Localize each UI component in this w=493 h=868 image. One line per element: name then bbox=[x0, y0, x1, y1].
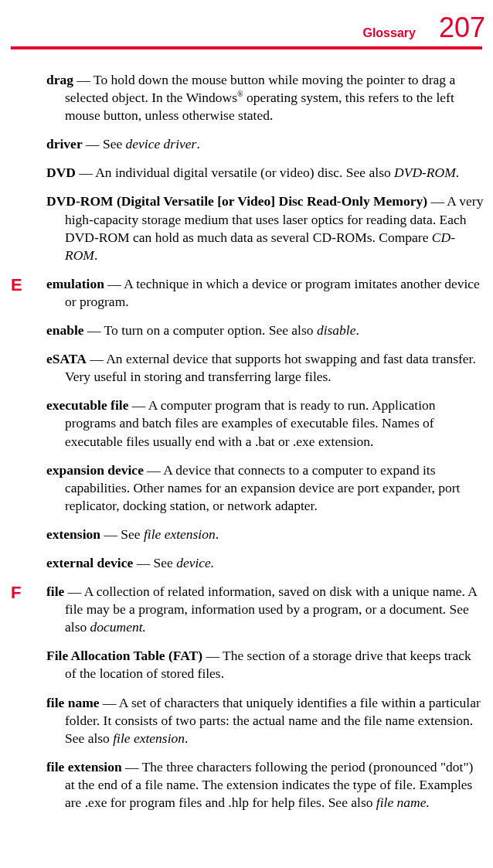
cross-reference: device. bbox=[176, 555, 214, 570]
term: drag bbox=[46, 72, 73, 87]
entry-body: file name — A set of characters that uni… bbox=[46, 694, 485, 747]
section-letter: E bbox=[11, 275, 46, 295]
cross-reference: file extension bbox=[113, 730, 185, 746]
glossary-entry: DVD — An individual digital versatile (o… bbox=[11, 164, 485, 182]
term: eSATA bbox=[46, 351, 87, 366]
definition-before: See bbox=[121, 526, 144, 542]
dash: — bbox=[427, 193, 447, 209]
term: file name bbox=[46, 695, 100, 710]
definition-after: . bbox=[456, 165, 459, 180]
entry-body: drag — To hold down the mouse button whi… bbox=[46, 71, 485, 124]
entry-body: enable — To turn on a computer option. S… bbox=[46, 322, 485, 339]
page-number: 207 bbox=[439, 14, 485, 42]
definition-after: . bbox=[196, 136, 199, 151]
dash: — bbox=[202, 648, 223, 663]
entry-body: driver — See device driver. bbox=[46, 135, 485, 153]
entry-body: external device — See device. bbox=[46, 554, 485, 572]
definition-after: . bbox=[216, 526, 219, 542]
dash: — bbox=[64, 584, 83, 599]
dash: — bbox=[122, 759, 142, 774]
glossary-entry: File Allocation Table (FAT) — The sectio… bbox=[11, 647, 485, 682]
glossary-content: drag — To hold down the mouse button whi… bbox=[0, 71, 493, 812]
cross-reference: device driver bbox=[126, 136, 197, 151]
dash: — bbox=[87, 351, 106, 366]
definition-before: A technique in which a device or program… bbox=[65, 276, 480, 309]
header-title: Glossary bbox=[362, 26, 415, 40]
cross-reference: DVD-ROM bbox=[394, 165, 456, 180]
glossary-entry: executable file — A computer program tha… bbox=[11, 397, 485, 450]
dash: — bbox=[73, 72, 94, 87]
term: DVD bbox=[46, 165, 76, 180]
term: executable file bbox=[46, 397, 128, 413]
entry-body: DVD — An individual digital versatile (o… bbox=[46, 164, 485, 182]
glossary-entry: external device — See device. bbox=[11, 554, 485, 572]
definition-before: See bbox=[154, 555, 177, 570]
dash: — bbox=[133, 555, 153, 570]
definition-before: See bbox=[103, 136, 126, 151]
definition-after: . bbox=[185, 730, 188, 746]
definition-after: . bbox=[94, 247, 97, 263]
dash: — bbox=[104, 276, 124, 291]
term: file extension bbox=[46, 759, 122, 774]
entry-body: file — A collection of related informati… bbox=[46, 583, 485, 636]
entry-body: executable file — A computer program tha… bbox=[46, 397, 485, 450]
entry-body: emulation — A technique in which a devic… bbox=[46, 275, 485, 311]
term: driver bbox=[46, 136, 83, 151]
term: enable bbox=[46, 322, 84, 338]
dash: — bbox=[83, 136, 103, 151]
glossary-entry: eSATA — An external device that supports… bbox=[11, 350, 485, 386]
term: expansion device bbox=[46, 462, 144, 478]
glossary-entry: enable — To turn on a computer option. S… bbox=[11, 322, 485, 339]
term: DVD-ROM (Digital Versatile [or Video] Di… bbox=[46, 193, 427, 209]
glossary-entry: file extension — The three characters fo… bbox=[11, 758, 485, 812]
entry-body: file extension — The three characters fo… bbox=[46, 758, 485, 812]
glossary-entry: file name — A set of characters that uni… bbox=[11, 694, 485, 747]
dash: — bbox=[100, 695, 119, 710]
glossary-entry: extension — See file extension. bbox=[11, 526, 485, 543]
dash: — bbox=[144, 462, 163, 478]
glossary-entry: F file — A collection of related informa… bbox=[11, 583, 485, 636]
term: emulation bbox=[46, 276, 104, 291]
section-letter: F bbox=[11, 583, 46, 603]
header-divider bbox=[11, 46, 482, 49]
glossary-entry: E emulation — A technique in which a dev… bbox=[11, 275, 485, 311]
term: extension bbox=[46, 526, 100, 542]
definition-after: . bbox=[355, 322, 359, 338]
cross-reference: document. bbox=[90, 619, 146, 635]
cross-reference: disable bbox=[317, 322, 356, 338]
definition-before: An external device that supports hot swa… bbox=[65, 351, 476, 384]
dash: — bbox=[76, 165, 95, 180]
page-header: Glossary 207 bbox=[0, 0, 493, 46]
term: File Allocation Table (FAT) bbox=[46, 648, 202, 663]
definition-before: An individual digital versatile (or vide… bbox=[95, 165, 394, 180]
entry-body: expansion device — A device that connect… bbox=[46, 461, 485, 515]
cross-reference: file extension bbox=[144, 526, 216, 542]
cross-reference: file name. bbox=[376, 795, 430, 810]
dash: — bbox=[128, 397, 148, 413]
glossary-entry: DVD-ROM (Digital Versatile [or Video] Di… bbox=[11, 192, 485, 264]
glossary-entry: drag — To hold down the mouse button whi… bbox=[11, 71, 485, 124]
dash: — bbox=[84, 322, 104, 338]
glossary-entry: driver — See device driver. bbox=[11, 135, 485, 153]
glossary-entry: expansion device — A device that connect… bbox=[11, 461, 485, 515]
registered-mark: ® bbox=[237, 90, 243, 98]
term: file bbox=[46, 584, 64, 599]
term: external device bbox=[46, 555, 133, 570]
definition-before: To turn on a computer option. See also bbox=[104, 322, 317, 338]
entry-body: extension — See file extension. bbox=[46, 526, 485, 543]
entry-body: DVD-ROM (Digital Versatile [or Video] Di… bbox=[46, 192, 485, 264]
entry-body: eSATA — An external device that supports… bbox=[46, 350, 485, 386]
entry-body: File Allocation Table (FAT) — The sectio… bbox=[46, 647, 485, 682]
dash: — bbox=[100, 526, 121, 542]
